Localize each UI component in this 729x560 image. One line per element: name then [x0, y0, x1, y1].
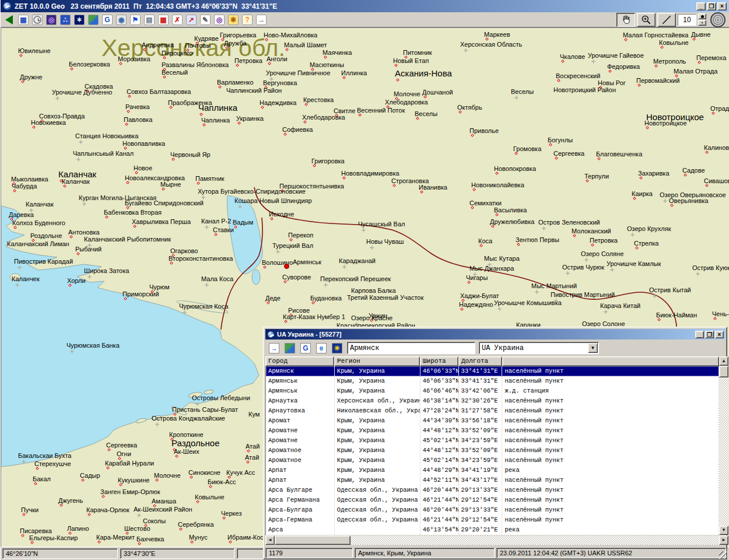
dialog-minimize-button[interactable]: _: [695, 331, 704, 338]
geo-map-icon[interactable]: [87, 13, 100, 26]
events-grid-icon[interactable]: ▦: [17, 13, 30, 26]
show-on-map-icon[interactable]: →: [267, 341, 281, 355]
google-icon[interactable]: G: [299, 341, 313, 355]
globe-icon[interactable]: ◉: [115, 13, 128, 26]
table-row[interactable]: Арса БулгареОдесская обл., Украина46°20'…: [266, 485, 719, 495]
table-cell: населённый пункт: [502, 456, 719, 466]
scroll-up-icon[interactable]: ▲: [719, 356, 728, 366]
help-icon[interactable]: ?: [241, 13, 254, 26]
flag-icon[interactable]: ⚑: [129, 13, 142, 26]
close-button[interactable]: ×: [717, 2, 727, 10]
exit-icon[interactable]: →: [255, 13, 268, 26]
hscroll-thumb[interactable]: [275, 536, 351, 545]
table-cell: река: [502, 466, 719, 475]
map-label: Новый Етап: [393, 57, 429, 64]
city-search-input[interactable]: [347, 342, 475, 354]
table-row[interactable]: Арса ГермананаОдесская обл., Украина46°2…: [266, 495, 719, 505]
map-label: Биюк-Найман: [656, 312, 697, 318]
sun-icon: ☀: [332, 343, 342, 354]
table-row[interactable]: Арса46°13'54"N29°20'21"Eрека: [266, 525, 719, 535]
vscroll-thumb[interactable]: [719, 366, 728, 377]
dialog-close-button[interactable]: ×: [715, 331, 724, 338]
column-header[interactable]: Долгота: [458, 356, 502, 366]
scroll-down-icon[interactable]: ▼: [719, 526, 728, 535]
city-table[interactable]: АрмянскКрым, Украина46°06'33"N33°41'31"E…: [265, 366, 719, 535]
column-header[interactable]: [502, 356, 719, 366]
chart-icon[interactable]: ∴: [59, 13, 72, 26]
point-size-down-button[interactable]: [698, 20, 706, 26]
calendar-x-icon[interactable]: ✗: [171, 13, 184, 26]
table-row[interactable]: Арса-ГерманаОдесская обл., Украина46°21'…: [266, 515, 719, 525]
google-icon[interactable]: G: [101, 13, 114, 26]
table-row[interactable]: АрпатКрым, Украина44°48'29"N34°41'19"Eре…: [266, 466, 719, 475]
atlas-select[interactable]: UA Украина ▼: [479, 342, 599, 354]
notes-icon[interactable]: ✎: [199, 13, 212, 26]
map-label: Ковыльне: [195, 494, 225, 501]
horoscope-wheel-icon[interactable]: ◎: [45, 13, 58, 26]
scroll-left-icon[interactable]: ◄: [265, 536, 275, 545]
tools-icon[interactable]: ✱: [227, 13, 240, 26]
table-row[interactable]: АроматнеКрым, Украина44°48'12"N33°52'09"…: [266, 426, 719, 436]
map-label: Чурюм: [149, 284, 170, 290]
map-label: Будановка: [310, 295, 342, 302]
table-row[interactable]: АрнаутовкаНиколаевская обл., Украина47°2…: [266, 406, 719, 416]
sky-map-icon[interactable]: ✶: [73, 13, 86, 26]
table-row[interactable]: АроматноеКрым, Украина45°02'14"N34°23'59…: [266, 456, 719, 466]
table-cell: Аромат: [266, 416, 335, 426]
hand-tool-button[interactable]: [616, 13, 635, 27]
table-cell: 46°20'44"N: [420, 505, 459, 515]
map-label: Громовка: [513, 145, 541, 152]
map-label: Ставки: [213, 226, 234, 233]
column-header[interactable]: Широта: [420, 356, 458, 366]
table-cell: Крым, Украина: [335, 446, 420, 456]
table-row[interactable]: Арса-БулгараОдесская обл., Украина46°20'…: [266, 505, 719, 515]
map-label: Мыколаивка: [11, 176, 48, 183]
clock-icon[interactable]: [31, 13, 44, 26]
resize-grip[interactable]: [719, 551, 727, 559]
table-row[interactable]: АрпатКрым, Украина44°52'11"N34°43'17"Eна…: [266, 475, 719, 485]
wheel-icon[interactable]: ◎: [213, 13, 226, 26]
chevron-down-icon[interactable]: ▼: [588, 343, 598, 353]
table-cell: Арса: [266, 525, 335, 535]
map-label: Павловка: [124, 116, 152, 123]
table-row[interactable]: АрмянськКрым, Украина46°06'46"N33°42'06"…: [266, 386, 719, 396]
point-size-up-button[interactable]: [698, 13, 706, 19]
map-label: Кудряве: [194, 35, 219, 42]
map-label: Новы Рог: [598, 79, 626, 86]
zoom-level-input[interactable]: 10: [678, 14, 696, 26]
map-icon[interactable]: [283, 341, 297, 355]
table-row[interactable]: АрмянськКрым, Украина46°06'33"N33°41'31"…: [266, 376, 719, 386]
map-label: Хорли: [67, 277, 86, 284]
table-row[interactable]: АрнауткаХерсонская обл., Украина46°38'14…: [266, 396, 719, 406]
table-cell: Арпат: [266, 466, 335, 475]
stats-icon[interactable]: ▦: [157, 13, 170, 26]
table-row[interactable]: АроматКрым, Украина44°34'39"N33°56'18"Eн…: [266, 416, 719, 426]
table-row[interactable]: АрмянскКрым, Украина46°06'33"N33°41'31"E…: [266, 366, 719, 376]
zoom-tool-button[interactable]: [637, 13, 656, 27]
column-header[interactable]: Город: [265, 356, 334, 366]
horizontal-scrollbar[interactable]: ◄ ►: [265, 536, 728, 545]
scroll-right-icon[interactable]: ►: [719, 536, 728, 545]
record-count: 1179: [265, 548, 353, 558]
maximize-button[interactable]: ❐: [707, 2, 716, 10]
center-map-button[interactable]: [710, 12, 726, 27]
map-label: Атай: [245, 454, 259, 461]
dynamics-icon[interactable]: ↗: [185, 13, 198, 26]
table-cell: Крым, Украина: [335, 376, 420, 386]
map-label: Анголи: [267, 55, 288, 62]
sun-icon[interactable]: ☀: [330, 341, 344, 355]
ie-icon[interactable]: e: [314, 341, 328, 355]
column-header[interactable]: Регион: [334, 356, 420, 366]
map-label: Бугайево Спиридоновский: [125, 200, 204, 206]
back-button[interactable]: [5, 15, 13, 24]
table-cell: 46°13'54"N: [420, 525, 459, 535]
line-tool-button[interactable]: [657, 13, 676, 27]
dialog-maximize-button[interactable]: ❐: [705, 331, 714, 338]
copy-icon[interactable]: ▤: [143, 13, 156, 26]
table-cell: 44°48'12"N: [420, 446, 459, 456]
vertical-scrollbar[interactable]: ▲ ▼: [719, 356, 728, 535]
table-row[interactable]: АроматноеКрым, Украина44°48'12"N33°52'09…: [266, 446, 719, 456]
dynamics-icon: ↗: [186, 15, 197, 25]
minimize-button[interactable]: _: [696, 2, 706, 10]
table-row[interactable]: АроматнеКрым, Украина45°02'14"N34°23'59"…: [266, 436, 719, 446]
